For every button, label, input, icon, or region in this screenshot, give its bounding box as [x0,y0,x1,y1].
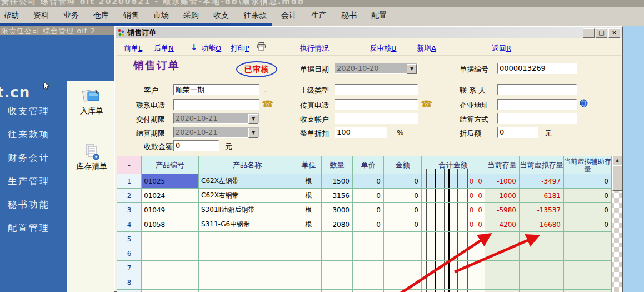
settle-way-input[interactable] [497,113,577,124]
shortcut-inbound-order[interactable]: 入库单 [70,88,113,116]
cell-qty-row2[interactable]: 3156 [322,189,353,203]
cell-code-row5[interactable] [142,232,199,246]
cell-aux-row8[interactable] [564,275,612,290]
cell-price-row4[interactable]: 0 [353,217,384,232]
toolbar-prev-button[interactable]: 前单L [124,43,142,53]
cell-amount-row2[interactable]: 0 [384,189,422,203]
cell-vstock-row6[interactable] [520,246,564,261]
cell-no-row5[interactable]: 5 [117,232,142,246]
cell-amount-row1[interactable]: 0 [384,174,422,189]
cell-price-row9[interactable] [353,290,384,292]
account-input[interactable] [335,113,418,124]
address-input[interactable] [497,99,577,110]
menu-item-13[interactable]: 配置 [371,11,387,26]
cell-unit-row2[interactable]: 根 [296,189,322,203]
cell-qty-row6[interactable] [322,246,353,261]
cell-amount-row9[interactable] [384,290,422,292]
cell-aux-row1[interactable]: 0 [564,174,612,189]
cell-name-row5[interactable] [199,232,296,246]
cell-ledger-row8[interactable] [422,275,485,290]
cell-ledger-row9[interactable] [422,290,485,292]
discount-input[interactable]: 100 [335,127,387,138]
cell-ledger-row2[interactable]: 00 [422,189,485,203]
cell-amount-row6[interactable] [384,246,422,261]
cell-code-row1[interactable]: 01025 [142,174,199,189]
sidebar-item-2[interactable]: 往来款项 [8,129,50,141]
customer-input[interactable]: 顺荣一期 [173,84,259,95]
cell-amount-row3[interactable]: 0 [384,203,422,217]
shortcut-stock-list[interactable]: 库存清单 [70,143,113,172]
cell-aux-row9[interactable] [564,290,612,292]
cell-stock-row8[interactable] [485,275,520,290]
cell-ledger-row3[interactable]: 00 [422,203,485,217]
cell-ledger-row1[interactable]: 00 [422,174,485,189]
cell-stock-row2[interactable]: -1000 [485,189,520,203]
cell-qty-row4[interactable]: 2080 [322,217,353,232]
cell-unit-row6[interactable] [296,246,322,261]
cell-name-row4[interactable]: S311-G6中钢带 [199,217,296,232]
cell-unit-row3[interactable]: 根 [296,203,322,217]
cell-no-row1[interactable]: 1 [117,174,142,189]
cell-vstock-row1[interactable]: -3497 [520,174,564,189]
cell-no-row8[interactable]: 8 [117,275,142,290]
globe-icon[interactable] [580,99,588,110]
cell-stock-row5[interactable] [485,232,520,246]
cell-price-row5[interactable] [353,232,384,246]
cell-name-row9[interactable] [199,290,296,292]
phone-dial-icon[interactable]: ☎ [262,100,273,109]
menu-item-12[interactable]: 秘书 [341,11,357,26]
cell-unit-row9[interactable] [296,290,322,292]
cell-aux-row4[interactable]: 0 [564,217,612,232]
cell-qty-row1[interactable]: 1500 [322,174,353,189]
printer-icon[interactable] [257,42,266,53]
cell-ledger-row5[interactable] [422,232,485,246]
cell-no-row4[interactable]: 4 [117,217,142,232]
cell-qty-row7[interactable] [322,261,353,275]
cell-name-row6[interactable] [199,246,296,261]
cell-code-row3[interactable]: 01049 [142,203,199,217]
received-input[interactable]: 0 [173,140,219,151]
cell-name-row8[interactable] [199,275,296,290]
cell-price-row1[interactable]: 0 [353,174,384,189]
cell-aux-row3[interactable]: 0 [564,203,612,217]
cell-vstock-row7[interactable] [520,261,564,275]
cell-price-row8[interactable] [353,275,384,290]
cell-ledger-row4[interactable]: 00 [422,217,485,232]
settle-date-combo[interactable]: 2020-10-21▼ [173,127,259,138]
doc-no-input[interactable]: 0000013269 [497,63,577,74]
contact-input[interactable] [497,84,577,95]
cell-no-row2[interactable]: 2 [117,189,142,203]
sidebar-item-6[interactable]: 配置管理 [8,222,50,234]
cell-ledger-row6[interactable] [422,246,485,261]
cell-code-row6[interactable] [142,246,199,261]
phone-input[interactable] [173,99,259,110]
doc-date-combo[interactable]: 2020-10-20▼ [335,63,418,74]
maximize-button[interactable]: □ [596,28,607,38]
cell-amount-row8[interactable] [384,275,422,290]
cell-aux-row5[interactable] [564,232,612,246]
cell-code-row2[interactable]: 01024 [142,189,199,203]
cell-aux-row7[interactable] [564,261,612,275]
minimize-button[interactable]: _ [583,28,595,38]
cell-ledger-row7[interactable] [422,261,485,275]
cell-qty-row5[interactable] [322,232,353,246]
scrollbar-thumb[interactable] [612,165,622,191]
cell-name-row2[interactable]: C62X右钢带 [199,189,296,203]
cell-unit-row5[interactable] [296,232,322,246]
cell-amount-row5[interactable] [384,232,422,246]
cell-amount-row4[interactable]: 0 [384,217,422,232]
scroll-up-icon[interactable]: ▲ [612,156,622,165]
toolbar-execution-button[interactable]: 执行情况 [300,43,329,53]
cell-price-row6[interactable] [353,246,384,261]
cell-vstock-row2[interactable]: -6181 [520,189,564,203]
cell-stock-row3[interactable]: -5980 [485,203,520,217]
customer-browse-button[interactable]: .. [263,86,268,94]
cell-code-row4[interactable]: 01058 [142,217,199,232]
cell-qty-row8[interactable] [322,275,353,290]
close-button[interactable]: × [608,28,620,38]
cell-price-row7[interactable] [353,261,384,275]
menu-item-11[interactable]: 生产 [311,11,327,26]
cell-unit-row8[interactable] [296,275,322,290]
toolbar-next-button[interactable]: 后单N [154,43,174,53]
cell-name-row7[interactable] [199,261,296,275]
